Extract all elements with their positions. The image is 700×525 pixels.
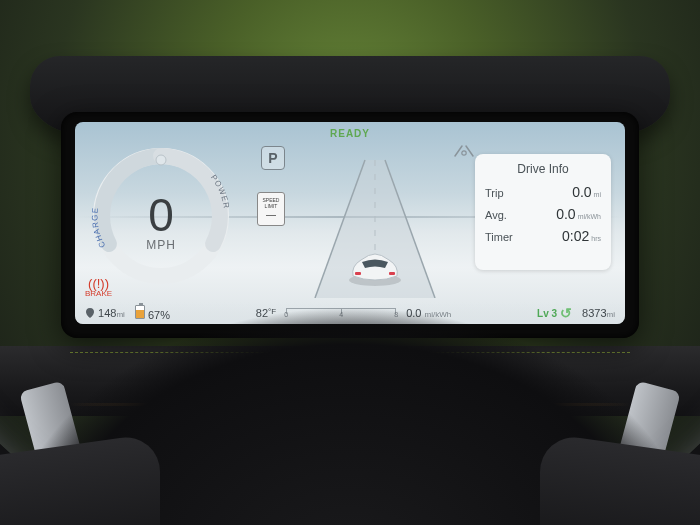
steering-wheel-spoke-right[interactable] <box>540 432 700 525</box>
steering-wheel-spoke-left[interactable] <box>0 432 160 525</box>
steering-wheel-hub <box>0 305 700 525</box>
